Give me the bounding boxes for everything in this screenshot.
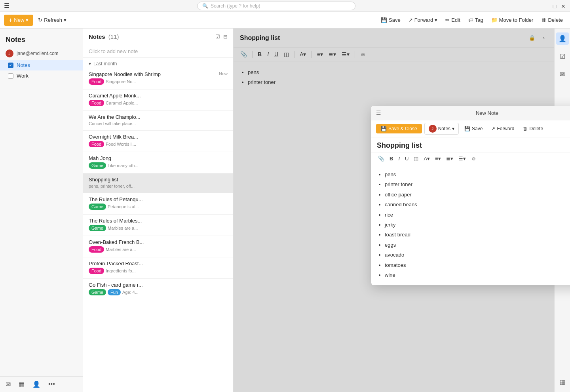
note-title: Shopping list bbox=[89, 177, 118, 183]
note-tags: Game Like many oth... bbox=[89, 162, 228, 169]
sidebar-bottom-nav: ✉ ▦ 👤 ••• bbox=[0, 376, 83, 392]
notes-list-check-icon[interactable]: ☑ bbox=[215, 34, 220, 40]
modal-list-item: canned beans bbox=[385, 200, 570, 209]
rail-contacts-icon[interactable]: 👤 bbox=[556, 32, 569, 45]
note-item-protein[interactable]: Protein-Packed Roast... Food Ingredients… bbox=[83, 257, 233, 279]
action-toolbar: + New ▾ ↻ Refresh ▾ 💾 Save ↗ Forward ▾ ✏… bbox=[0, 12, 570, 29]
add-note-bar[interactable]: Click to add new note bbox=[83, 45, 233, 58]
work-checkbox[interactable] bbox=[8, 73, 13, 79]
note-title: Go Fish - card game r... bbox=[89, 282, 143, 288]
modal-underline-button[interactable]: U bbox=[403, 154, 410, 163]
modal-bullet-button[interactable]: ≡▾ bbox=[433, 154, 443, 163]
note-item-mahjong[interactable]: Mah Jong Game Like many oth... bbox=[83, 152, 233, 173]
new-chevron-icon: ▾ bbox=[26, 17, 28, 23]
more-nav-icon[interactable]: ••• bbox=[48, 381, 55, 388]
modal-save-icon: 💾 bbox=[464, 126, 470, 131]
rail-mail-icon[interactable]: ✉ bbox=[557, 68, 567, 80]
notes-list-title: Notes (11) bbox=[89, 33, 119, 40]
minimize-button[interactable]: — bbox=[543, 3, 549, 9]
forward-icon: ↗ bbox=[408, 17, 413, 23]
modal-eraser-button[interactable]: ◫ bbox=[412, 154, 420, 163]
tag-icon: 🏷 bbox=[468, 17, 473, 23]
rail-tasks-icon[interactable]: ☑ bbox=[557, 50, 568, 63]
save-icon: 💾 bbox=[381, 17, 387, 23]
note-item-singapore[interactable]: Singapore Noodles with Shrimp Now Food S… bbox=[83, 68, 233, 89]
modal-hamburger-icon[interactable]: ☰ bbox=[376, 110, 381, 116]
rail-calendar-icon[interactable]: ▦ bbox=[557, 376, 568, 388]
modal-overlay: ☰ New Note — □ ✕ 💾 Save & Close J bbox=[234, 29, 554, 392]
delete-button[interactable]: 🗑 Delete bbox=[538, 15, 566, 25]
modal-emoji-button[interactable]: ☺ bbox=[469, 154, 478, 163]
modal-save-button[interactable]: 💾 Save bbox=[461, 124, 486, 133]
hamburger-icon[interactable]: ☰ bbox=[4, 2, 10, 10]
note-item-caramel[interactable]: Caramel Apple Monk... Food Caramel Apple… bbox=[83, 89, 233, 111]
note-tags: Food Marbles are a... bbox=[89, 246, 228, 253]
modal-italic-button[interactable]: I bbox=[396, 154, 402, 163]
note-item-french[interactable]: Oven-Baked French B... Food Marbles are … bbox=[83, 236, 233, 257]
refresh-button[interactable]: ↻ Refresh ▾ bbox=[35, 15, 70, 25]
note-tags: pens, printer toner, off... bbox=[89, 184, 228, 188]
food-tag: Food bbox=[89, 141, 104, 147]
note-preview: Ingredients fo... bbox=[106, 268, 136, 273]
new-label: New bbox=[14, 17, 24, 23]
modal-delete-button[interactable]: 🗑 Delete bbox=[520, 124, 546, 133]
note-preview: Petanque is al... bbox=[108, 204, 139, 209]
note-preview: Caramel Apple... bbox=[106, 101, 138, 105]
mail-nav-icon[interactable]: ✉ bbox=[6, 381, 11, 388]
modal-list-item: avocado bbox=[385, 250, 570, 259]
modal-attachment-button[interactable]: 📎 bbox=[376, 154, 386, 163]
note-item-gofish[interactable]: Go Fish - card game r... Game Fun Age: 4… bbox=[83, 279, 233, 300]
sidebar-item-notes[interactable]: ✓ Notes bbox=[0, 60, 83, 70]
forward-button[interactable]: ↗ Forward ▾ bbox=[405, 15, 441, 25]
modal-list-item: eggs bbox=[385, 240, 570, 249]
note-item-shopping[interactable]: Shopping list pens, printer toner, off..… bbox=[83, 173, 233, 193]
note-item-champions[interactable]: We Are the Champio... Concert will take … bbox=[83, 111, 233, 131]
close-button[interactable]: ✕ bbox=[560, 3, 566, 9]
move-to-folder-button[interactable]: 📁 Move to Folder bbox=[488, 15, 537, 25]
modal-forward-icon: ↗ bbox=[491, 126, 495, 131]
modal-bold-button[interactable]: B bbox=[388, 154, 395, 163]
contacts-nav-icon[interactable]: 👤 bbox=[32, 381, 40, 388]
notes-label: Notes bbox=[17, 62, 30, 68]
note-item-marbles[interactable]: The Rules of Marbles... Game Marbles are… bbox=[83, 215, 233, 236]
save-button[interactable]: 💾 Save bbox=[378, 15, 404, 25]
modal-note-title-input[interactable] bbox=[377, 141, 570, 150]
sidebar-item-work[interactable]: Work bbox=[0, 70, 83, 81]
sidebar-account[interactable]: J jane@emclient.com bbox=[0, 47, 83, 60]
notes-list-actions: ☑ ⊟ bbox=[215, 34, 228, 40]
game-tag: Game bbox=[89, 162, 106, 169]
modal-numbered-button[interactable]: ≣▾ bbox=[444, 154, 455, 163]
note-tags: Concert will take place... bbox=[89, 121, 228, 126]
modal-font-color-button[interactable]: A▾ bbox=[422, 154, 432, 163]
modal-delete-icon: 🗑 bbox=[523, 126, 528, 131]
edit-button[interactable]: ✏ Edit bbox=[442, 15, 463, 25]
search-icon: 🔍 bbox=[202, 3, 208, 9]
note-tags: Game Fun Age: 4... bbox=[89, 289, 228, 295]
notes-list-filter-icon[interactable]: ⊟ bbox=[223, 34, 228, 40]
sidebar: Notes J jane@emclient.com ✓ Notes Work ✉… bbox=[0, 29, 83, 392]
calendar-nav-icon[interactable]: ▦ bbox=[19, 381, 25, 388]
note-item-petanque[interactable]: The Rules of Petanqu... Game Petanque is… bbox=[83, 193, 233, 215]
new-button[interactable]: + New ▾ bbox=[4, 15, 33, 26]
modal-title: New Note bbox=[384, 110, 570, 116]
modal-forward-button[interactable]: ↗ Forward bbox=[488, 124, 517, 133]
note-preview: pens, printer toner, off... bbox=[89, 184, 135, 188]
search-bar[interactable]: 🔍 Search (type ? for help) bbox=[197, 2, 355, 10]
section-last-month[interactable]: ▾ Last month bbox=[83, 58, 233, 68]
food-tag: Food bbox=[89, 268, 104, 274]
note-item-overnight[interactable]: Overnight Milk Brea... Food Food Words l… bbox=[83, 131, 233, 152]
modal-align-button[interactable]: ☰▾ bbox=[456, 154, 468, 163]
food-tag: Food bbox=[89, 100, 104, 106]
modal-list-item: printer toner bbox=[385, 180, 570, 189]
modal-save-close-button[interactable]: 💾 Save & Close bbox=[376, 124, 422, 133]
avatar: J bbox=[6, 49, 13, 57]
note-preview: Singapore No... bbox=[106, 79, 136, 84]
note-title: Singapore Noodles with Shrimp bbox=[89, 71, 161, 77]
notes-checkbox[interactable]: ✓ bbox=[8, 63, 13, 68]
game-tag: Game bbox=[89, 204, 106, 210]
maximize-button[interactable]: □ bbox=[552, 3, 557, 9]
modal-notes-button[interactable]: J Notes ▾ bbox=[424, 123, 459, 135]
modal-formatting-toolbar: 📎 B I U ◫ A▾ ≡▾ ≣▾ ☰▾ ☺ ··· ▾ bbox=[371, 152, 570, 165]
tag-button[interactable]: 🏷 Tag bbox=[465, 15, 486, 25]
modal-list-item: jerky bbox=[385, 220, 570, 229]
